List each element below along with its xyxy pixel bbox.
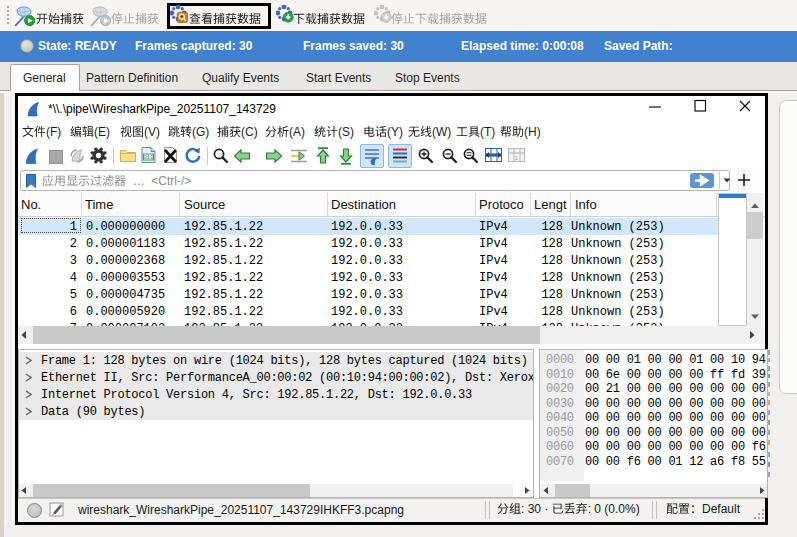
svg-text:(C): (C): [241, 125, 258, 139]
svg-text:(E): (E): [94, 125, 110, 139]
svg-text:: 30 ·: : 30 ·: [521, 502, 552, 516]
svg-text:(F): (F): [46, 125, 61, 139]
svg-text:: 0 (0.0%): : 0 (0.0%): [588, 502, 640, 516]
svg-text:… <Ctrl-/>: … <Ctrl-/>: [126, 174, 191, 188]
svg-text:(S): (S): [338, 125, 354, 139]
svg-text:(A): (A): [289, 125, 305, 139]
svg-text:(W): (W): [432, 125, 451, 139]
svg-text:(Y): (Y): [387, 125, 403, 139]
svg-text:(V): (V): [144, 125, 160, 139]
svg-text:(T): (T): [480, 125, 495, 139]
svg-text:(H): (H): [524, 125, 541, 139]
svg-text:Default: Default: [702, 502, 741, 516]
svg-text:010: 010: [144, 154, 154, 161]
svg-text:(G): (G): [192, 125, 209, 139]
